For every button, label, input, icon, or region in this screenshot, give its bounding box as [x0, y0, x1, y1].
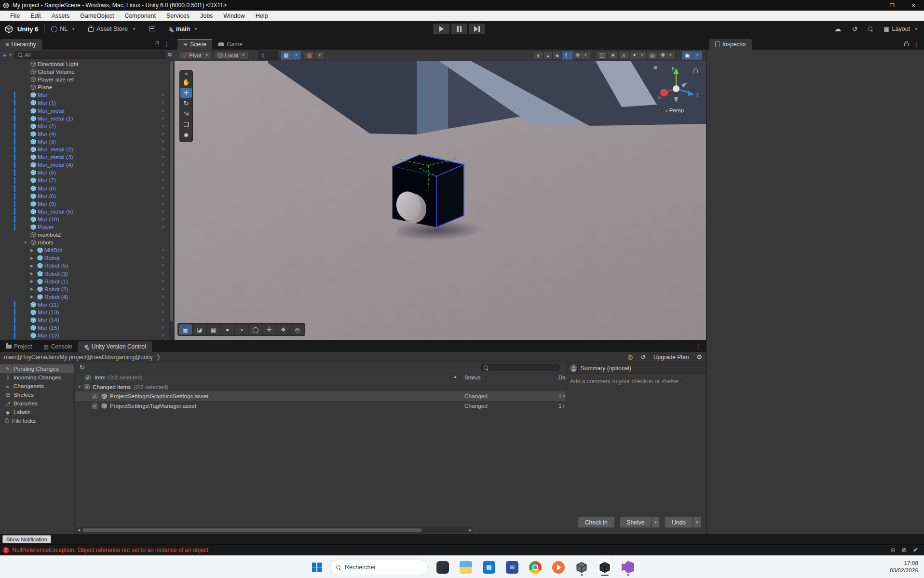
- vcs-nav-pending-changes[interactable]: ✎Pending Changes: [0, 364, 74, 373]
- hierarchy-item[interactable]: Mur (14)›: [0, 316, 175, 324]
- tab-project[interactable]: Project: [0, 341, 38, 352]
- grid-visual-button[interactable]: ▦: [207, 324, 220, 335]
- scene-viewport[interactable]: ☰ ✋ ✛ ↻ ⇲ ❒ ✺ ▣ ◪ ▦ ● ◑ ◯ ✛ ❖ ◎ ≡: [175, 61, 706, 340]
- layout-dropdown[interactable]: ▦ Layout▼: [883, 26, 918, 32]
- menu-edit[interactable]: Edit: [25, 11, 46, 21]
- show-notification-button[interactable]: Show Notification: [2, 535, 51, 543]
- expand-arrow-icon[interactable]: ▶: [30, 256, 33, 260]
- pause-button[interactable]: [451, 24, 467, 34]
- gizmos-toggle[interactable]: ◉: [682, 51, 693, 60]
- shaded-wireframe-mode-button[interactable]: ◐: [534, 51, 543, 60]
- hierarchy-item[interactable]: ▶Robot (5)›: [0, 262, 175, 269]
- rect-tool-button[interactable]: ❒: [180, 120, 192, 130]
- sphere-button[interactable]: ●: [221, 324, 234, 335]
- open-prefab-chevron-icon[interactable]: ›: [162, 138, 164, 145]
- overlay-handle[interactable]: ☰: [184, 72, 188, 76]
- hierarchy-item[interactable]: Mur (4)›: [0, 130, 175, 138]
- taskbar-app-store[interactable]: ▩: [480, 558, 498, 577]
- scene-visibility-toggle[interactable]: ◎: [647, 51, 657, 60]
- table-header[interactable]: ✓ Item (2/2 selected) ▲ Status Da: [75, 373, 566, 382]
- zoom-button[interactable]: ◯: [249, 324, 262, 335]
- taskbar-app-chrome[interactable]: [526, 558, 544, 577]
- open-prefab-chevron-icon[interactable]: ›: [162, 107, 164, 114]
- orientation-gizmo[interactable]: y z x: [650, 62, 703, 110]
- menu-file[interactable]: File: [5, 11, 25, 21]
- expand-arrow-icon[interactable]: ▶: [30, 271, 33, 276]
- workspace-breadcrumb[interactable]: main@ToyGameJam/My project@neal3divrgami…: [4, 354, 153, 361]
- hierarchy-item[interactable]: Mur›: [0, 91, 175, 99]
- group-checkbox[interactable]: ✓: [84, 384, 90, 390]
- vcs-nav-branches[interactable]: ⎇Branches: [0, 399, 74, 408]
- picking-icon[interactable]: ⧉: [168, 52, 172, 58]
- settings-gear-icon[interactable]: ⚙: [696, 353, 702, 361]
- hierarchy-item[interactable]: Mur (7)›: [0, 176, 175, 184]
- menu-jobs[interactable]: Jobs: [195, 11, 218, 21]
- scale-tool-button[interactable]: ⇲: [180, 109, 192, 119]
- hierarchy-item[interactable]: Player›: [0, 223, 175, 231]
- open-prefab-chevron-icon[interactable]: ›: [162, 301, 164, 308]
- hierarchy-item[interactable]: Mur (6)›: [0, 192, 175, 200]
- hierarchy-item[interactable]: ▶Robot (2)›: [0, 285, 175, 293]
- expand-arrow-icon[interactable]: ▶: [30, 287, 33, 291]
- open-prefab-chevron-icon[interactable]: ›: [162, 192, 164, 199]
- open-prefab-chevron-icon[interactable]: ›: [162, 332, 164, 338]
- lock-icon[interactable]: [155, 43, 159, 46]
- effects-dropdown[interactable]: ✦▼: [629, 51, 647, 60]
- open-prefab-chevron-icon[interactable]: ›: [162, 169, 164, 175]
- status-column-header[interactable]: Status: [464, 374, 480, 381]
- camera-preview-button[interactable]: ▣: [179, 324, 192, 335]
- select-all-checkbox[interactable]: ✓: [85, 375, 91, 380]
- taskbar-clock[interactable]: 17:08 03/02/2026: [890, 560, 918, 574]
- hierarchy-item[interactable]: Mur (2)›: [0, 122, 175, 130]
- hierarchy-item[interactable]: Plane: [0, 83, 175, 91]
- hierarchy-item[interactable]: Mur (8)›: [0, 185, 175, 192]
- hierarchy-item[interactable]: ▶Robot›: [0, 254, 175, 262]
- vcs-nav-incoming-changes[interactable]: ⇩Incoming Changes: [0, 373, 74, 382]
- menu-gameobject[interactable]: GameObject: [75, 11, 119, 21]
- 2d-toggle[interactable]: ◫: [597, 51, 607, 60]
- collapse-arrow-icon[interactable]: ▼: [78, 385, 82, 389]
- hierarchy-item[interactable]: Mur (12)›: [0, 332, 175, 339]
- open-prefab-chevron-icon[interactable]: ›: [162, 215, 164, 222]
- search-icon[interactable]: [868, 27, 873, 31]
- taskbar-search[interactable]: Rechercher: [330, 560, 429, 575]
- date-column-header[interactable]: Da: [558, 374, 566, 381]
- hierarchy-item[interactable]: Mur (11)›: [0, 301, 175, 309]
- unlit-mode-button[interactable]: ●: [553, 51, 562, 60]
- open-prefab-chevron-icon[interactable]: ›: [162, 208, 164, 215]
- scroll-right-icon[interactable]: ▶: [467, 528, 473, 532]
- vcs-nav-labels[interactable]: ◆Labels: [0, 408, 74, 417]
- branch-dropdown[interactable]: ⋇ main▼: [168, 26, 198, 32]
- changed-file-row[interactable]: ✓ProjectSettings\TagManager.assetChanged…: [75, 401, 566, 411]
- hierarchy-item[interactable]: maxibotZ: [0, 231, 175, 239]
- shelve-dropdown[interactable]: ▼: [652, 517, 660, 528]
- open-prefab-chevron-icon[interactable]: ›: [162, 270, 164, 277]
- panel-menu-icon[interactable]: ⋮: [913, 41, 919, 48]
- file-checkbox[interactable]: ✓: [92, 403, 97, 409]
- hierarchy-item[interactable]: Mur_metal›: [0, 107, 175, 115]
- taskbar-app-visual-studio[interactable]: [619, 558, 637, 577]
- open-prefab-chevron-icon[interactable]: ›: [162, 200, 164, 207]
- hierarchy-item[interactable]: Mur_metal (1)›: [0, 115, 175, 122]
- menu-services[interactable]: Services: [161, 11, 195, 21]
- panel-menu-icon[interactable]: ⋮: [164, 41, 170, 48]
- open-prefab-chevron-icon[interactable]: ›: [162, 285, 164, 292]
- tab-hierarchy[interactable]: ≡ Hierarchy: [0, 39, 42, 50]
- account-dropdown[interactable]: NL▼: [51, 26, 75, 32]
- grid-snap-dropdown[interactable]: ▼: [291, 51, 301, 60]
- maximize-button[interactable]: ❐: [882, 0, 903, 11]
- menu-window[interactable]: Window: [218, 11, 250, 21]
- open-prefab-chevron-icon[interactable]: ›: [162, 316, 164, 323]
- view-tool-button[interactable]: ✋: [180, 77, 192, 87]
- open-prefab-chevron-icon[interactable]: ›: [162, 161, 164, 168]
- open-prefab-chevron-icon[interactable]: ›: [162, 91, 164, 98]
- paint-button[interactable]: ◑: [235, 324, 248, 335]
- snap-settings-toggle[interactable]: ▩: [304, 51, 314, 60]
- error-message[interactable]: NullReferenceException: Object reference…: [12, 547, 208, 553]
- tab-console[interactable]: ▤ Console: [38, 341, 78, 352]
- snap-settings-dropdown[interactable]: ▼: [315, 51, 325, 60]
- rotate-tool-button[interactable]: ↻: [180, 98, 192, 108]
- camera-button[interactable]: ❖: [277, 324, 290, 335]
- lock-icon[interactable]: [904, 43, 909, 46]
- hierarchy-item[interactable]: Mur_metal (2)›: [0, 146, 175, 153]
